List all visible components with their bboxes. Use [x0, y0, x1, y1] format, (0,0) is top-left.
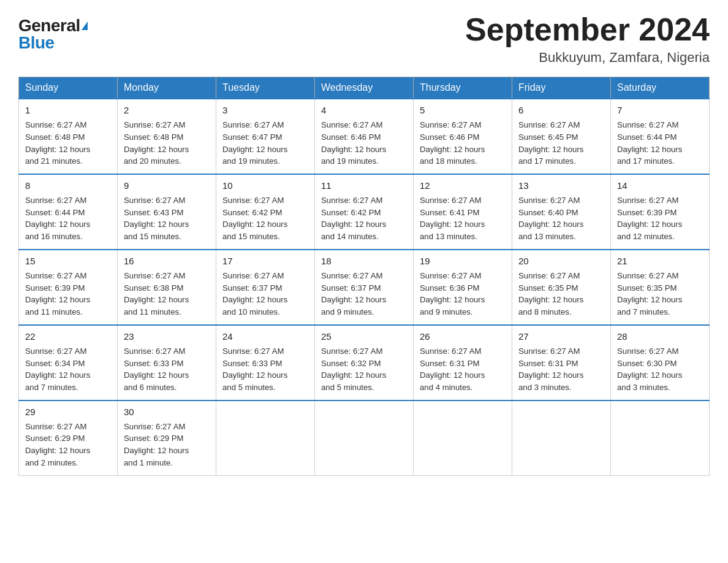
table-row: 13 Sunrise: 6:27 AMSunset: 6:40 PMDaylig… [512, 174, 611, 250]
col-saturday: Saturday [611, 77, 710, 99]
table-row: 20 Sunrise: 6:27 AMSunset: 6:35 PMDaylig… [512, 250, 611, 325]
day-info: Sunrise: 6:27 AMSunset: 6:30 PMDaylight:… [617, 347, 682, 392]
logo: General Blue [18, 12, 88, 52]
day-number: 24 [222, 330, 308, 343]
table-row: 12 Sunrise: 6:27 AMSunset: 6:41 PMDaylig… [414, 174, 512, 250]
day-info: Sunrise: 6:27 AMSunset: 6:32 PMDaylight:… [321, 347, 386, 392]
day-info: Sunrise: 6:27 AMSunset: 6:35 PMDaylight:… [518, 271, 583, 316]
week-row-1: 1 Sunrise: 6:27 AMSunset: 6:48 PMDayligh… [19, 99, 710, 174]
calendar-header-row: Sunday Monday Tuesday Wednesday Thursday… [19, 77, 710, 99]
day-number: 6 [518, 104, 604, 117]
col-tuesday: Tuesday [216, 77, 315, 99]
table-row [216, 400, 315, 475]
day-info: Sunrise: 6:27 AMSunset: 6:48 PMDaylight:… [124, 120, 189, 166]
day-number: 16 [124, 255, 210, 268]
day-number: 13 [518, 179, 604, 193]
table-row: 29 Sunrise: 6:27 AMSunset: 6:29 PMDaylig… [19, 400, 118, 475]
day-number: 12 [420, 179, 506, 193]
day-number: 5 [420, 104, 506, 117]
day-number: 23 [124, 330, 210, 343]
day-number: 18 [321, 255, 407, 268]
calendar-title: September 2024 [465, 12, 710, 47]
table-row: 23 Sunrise: 6:27 AMSunset: 6:33 PMDaylig… [118, 325, 216, 400]
table-row: 16 Sunrise: 6:27 AMSunset: 6:38 PMDaylig… [118, 250, 216, 325]
day-number: 25 [321, 330, 407, 343]
day-info: Sunrise: 6:27 AMSunset: 6:34 PMDaylight:… [25, 347, 90, 392]
day-info: Sunrise: 6:27 AMSunset: 6:31 PMDaylight:… [518, 347, 583, 392]
day-info: Sunrise: 6:27 AMSunset: 6:37 PMDaylight:… [321, 271, 386, 316]
table-row: 7 Sunrise: 6:27 AMSunset: 6:44 PMDayligh… [611, 99, 710, 174]
day-number: 29 [25, 405, 111, 419]
col-thursday: Thursday [414, 77, 512, 99]
day-info: Sunrise: 6:27 AMSunset: 6:42 PMDaylight:… [222, 196, 287, 241]
col-friday: Friday [512, 77, 611, 99]
table-row: 18 Sunrise: 6:27 AMSunset: 6:37 PMDaylig… [315, 250, 414, 325]
day-info: Sunrise: 6:27 AMSunset: 6:44 PMDaylight:… [617, 120, 682, 166]
table-row: 30 Sunrise: 6:27 AMSunset: 6:29 PMDaylig… [118, 400, 216, 475]
day-info: Sunrise: 6:27 AMSunset: 6:45 PMDaylight:… [518, 120, 583, 166]
day-info: Sunrise: 6:27 AMSunset: 6:41 PMDaylight:… [420, 196, 485, 241]
day-info: Sunrise: 6:27 AMSunset: 6:46 PMDaylight:… [420, 120, 485, 166]
col-sunday: Sunday [19, 77, 118, 99]
col-wednesday: Wednesday [315, 77, 414, 99]
day-number: 22 [25, 330, 111, 343]
table-row [414, 400, 512, 475]
day-info: Sunrise: 6:27 AMSunset: 6:43 PMDaylight:… [124, 196, 189, 241]
week-row-4: 22 Sunrise: 6:27 AMSunset: 6:34 PMDaylig… [19, 325, 710, 400]
table-row: 22 Sunrise: 6:27 AMSunset: 6:34 PMDaylig… [19, 325, 118, 400]
table-row: 17 Sunrise: 6:27 AMSunset: 6:37 PMDaylig… [216, 250, 315, 325]
day-info: Sunrise: 6:27 AMSunset: 6:44 PMDaylight:… [25, 196, 90, 241]
week-row-3: 15 Sunrise: 6:27 AMSunset: 6:39 PMDaylig… [19, 250, 710, 325]
day-info: Sunrise: 6:27 AMSunset: 6:33 PMDaylight:… [222, 347, 287, 392]
day-number: 1 [25, 104, 111, 117]
table-row: 4 Sunrise: 6:27 AMSunset: 6:46 PMDayligh… [315, 99, 414, 174]
day-info: Sunrise: 6:27 AMSunset: 6:31 PMDaylight:… [420, 347, 485, 392]
table-row: 11 Sunrise: 6:27 AMSunset: 6:42 PMDaylig… [315, 174, 414, 250]
day-info: Sunrise: 6:27 AMSunset: 6:33 PMDaylight:… [124, 347, 189, 392]
day-number: 9 [124, 179, 210, 193]
page-header: General Blue September 2024 Bukkuyum, Za… [18, 12, 710, 66]
table-row: 28 Sunrise: 6:27 AMSunset: 6:30 PMDaylig… [611, 325, 710, 400]
table-row: 24 Sunrise: 6:27 AMSunset: 6:33 PMDaylig… [216, 325, 315, 400]
table-row: 1 Sunrise: 6:27 AMSunset: 6:48 PMDayligh… [19, 99, 118, 174]
day-info: Sunrise: 6:27 AMSunset: 6:36 PMDaylight:… [420, 271, 485, 316]
table-row: 2 Sunrise: 6:27 AMSunset: 6:48 PMDayligh… [118, 99, 216, 174]
calendar-subtitle: Bukkuyum, Zamfara, Nigeria [465, 50, 710, 66]
table-row: 3 Sunrise: 6:27 AMSunset: 6:47 PMDayligh… [216, 99, 315, 174]
table-row: 8 Sunrise: 6:27 AMSunset: 6:44 PMDayligh… [19, 174, 118, 250]
table-row: 25 Sunrise: 6:27 AMSunset: 6:32 PMDaylig… [315, 325, 414, 400]
table-row [315, 400, 414, 475]
day-number: 27 [518, 330, 604, 343]
day-number: 15 [25, 255, 111, 268]
logo-blue-text: Blue [18, 34, 55, 52]
day-number: 26 [420, 330, 506, 343]
day-info: Sunrise: 6:27 AMSunset: 6:35 PMDaylight:… [617, 271, 682, 316]
title-block: September 2024 Bukkuyum, Zamfara, Nigeri… [465, 12, 710, 66]
logo-general-text: General [18, 17, 80, 34]
day-number: 14 [617, 179, 703, 193]
day-number: 7 [617, 104, 703, 117]
day-info: Sunrise: 6:27 AMSunset: 6:42 PMDaylight:… [321, 196, 386, 241]
table-row [512, 400, 611, 475]
day-number: 4 [321, 104, 407, 117]
day-info: Sunrise: 6:27 AMSunset: 6:38 PMDaylight:… [124, 271, 189, 316]
day-info: Sunrise: 6:27 AMSunset: 6:39 PMDaylight:… [617, 196, 682, 241]
day-info: Sunrise: 6:27 AMSunset: 6:47 PMDaylight:… [222, 120, 287, 166]
table-row: 26 Sunrise: 6:27 AMSunset: 6:31 PMDaylig… [414, 325, 512, 400]
day-number: 28 [617, 330, 703, 343]
day-number: 21 [617, 255, 703, 268]
week-row-2: 8 Sunrise: 6:27 AMSunset: 6:44 PMDayligh… [19, 174, 710, 250]
calendar-table: Sunday Monday Tuesday Wednesday Thursday… [18, 77, 710, 476]
day-info: Sunrise: 6:27 AMSunset: 6:48 PMDaylight:… [25, 120, 90, 166]
day-number: 2 [124, 104, 210, 117]
table-row: 27 Sunrise: 6:27 AMSunset: 6:31 PMDaylig… [512, 325, 611, 400]
table-row: 6 Sunrise: 6:27 AMSunset: 6:45 PMDayligh… [512, 99, 611, 174]
day-number: 19 [420, 255, 506, 268]
table-row [611, 400, 710, 475]
table-row: 19 Sunrise: 6:27 AMSunset: 6:36 PMDaylig… [414, 250, 512, 325]
day-info: Sunrise: 6:27 AMSunset: 6:46 PMDaylight:… [321, 120, 386, 166]
col-monday: Monday [118, 77, 216, 99]
day-number: 3 [222, 104, 308, 117]
day-number: 10 [222, 179, 308, 193]
day-number: 11 [321, 179, 407, 193]
